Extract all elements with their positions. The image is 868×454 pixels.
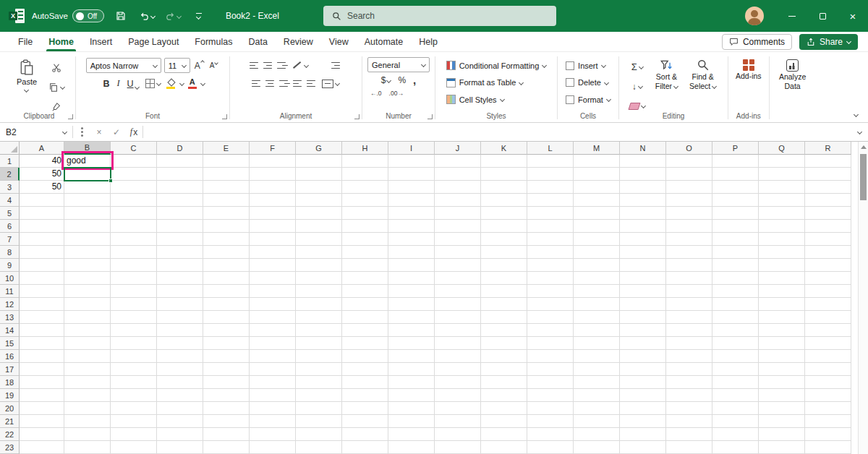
cell-K11[interactable] — [481, 285, 527, 298]
tab-file[interactable]: File — [10, 32, 41, 51]
cell-B11[interactable] — [64, 285, 111, 298]
cell-N18[interactable] — [620, 376, 666, 389]
tab-review[interactable]: Review — [276, 32, 321, 51]
cell-J12[interactable] — [435, 298, 481, 311]
cell-D12[interactable] — [157, 298, 203, 311]
cell-O14[interactable] — [666, 324, 712, 337]
row-header-17[interactable]: 17 — [0, 363, 20, 376]
cell-A19[interactable] — [20, 389, 64, 402]
orientation-button[interactable] — [291, 58, 310, 73]
cell-R11[interactable] — [805, 285, 851, 298]
tab-page-layout[interactable]: Page Layout — [120, 32, 187, 51]
cell-H15[interactable] — [342, 337, 388, 350]
cell-L20[interactable] — [527, 402, 574, 415]
row-header-15[interactable]: 15 — [0, 337, 20, 350]
cell-B14[interactable] — [64, 324, 111, 337]
number-format-select[interactable]: General — [367, 57, 430, 72]
cell-E5[interactable] — [203, 207, 250, 220]
cell-D19[interactable] — [157, 389, 203, 402]
styles-item-format-as-table[interactable]: Format as Table — [446, 76, 524, 90]
cell-A4[interactable] — [20, 194, 64, 207]
cell-E12[interactable] — [203, 298, 250, 311]
cell-K14[interactable] — [481, 324, 527, 337]
cell-B10[interactable] — [64, 272, 111, 285]
cell-A11[interactable] — [20, 285, 64, 298]
cell-J7[interactable] — [435, 233, 481, 246]
cell-H18[interactable] — [342, 376, 388, 389]
cell-K2[interactable] — [481, 168, 527, 181]
cell-L22[interactable] — [527, 428, 574, 441]
cell-J16[interactable] — [435, 350, 481, 363]
chevron-down-icon[interactable] — [150, 13, 156, 18]
cell-G22[interactable] — [296, 428, 342, 441]
cell-H12[interactable] — [342, 298, 388, 311]
cell-E15[interactable] — [203, 337, 250, 350]
cell-J22[interactable] — [435, 428, 481, 441]
cell-G19[interactable] — [296, 389, 342, 402]
cell-C21[interactable] — [111, 415, 157, 428]
restore-button[interactable] — [807, 0, 838, 32]
column-header-P[interactable]: P — [712, 142, 759, 155]
cell-Q4[interactable] — [759, 194, 805, 207]
cell-N12[interactable] — [620, 298, 666, 311]
cell-A9[interactable] — [20, 259, 64, 272]
cell-G17[interactable] — [296, 363, 342, 376]
row-header-9[interactable]: 9 — [0, 259, 20, 272]
cell-A22[interactable] — [20, 428, 64, 441]
cell-C18[interactable] — [111, 376, 157, 389]
cell-N11[interactable] — [620, 285, 666, 298]
cell-Q11[interactable] — [759, 285, 805, 298]
cell-R4[interactable] — [805, 194, 851, 207]
cell-K19[interactable] — [481, 389, 527, 402]
account-avatar[interactable] — [745, 7, 764, 25]
wrap-text-button[interactable] — [331, 61, 342, 71]
underline-button[interactable]: U — [125, 79, 141, 89]
cell-E18[interactable] — [203, 376, 250, 389]
clear-button[interactable] — [628, 98, 647, 113]
cell-G11[interactable] — [296, 285, 342, 298]
fill-button[interactable]: ↓ — [628, 79, 647, 94]
cell-K15[interactable] — [481, 337, 527, 350]
cell-J2[interactable] — [435, 168, 481, 181]
close-button[interactable]: × — [838, 0, 868, 32]
cell-P16[interactable] — [712, 350, 759, 363]
tab-automate[interactable]: Automate — [357, 32, 412, 51]
cell-C23[interactable] — [111, 441, 157, 454]
cell-C4[interactable] — [111, 194, 157, 207]
cell-K12[interactable] — [481, 298, 527, 311]
align-right-button[interactable] — [279, 79, 290, 89]
cell-F18[interactable] — [250, 376, 296, 389]
tab-data[interactable]: Data — [240, 32, 275, 51]
cell-C15[interactable] — [111, 337, 157, 350]
chevron-down-icon[interactable] — [200, 81, 205, 86]
cell-G21[interactable] — [296, 415, 342, 428]
cell-C16[interactable] — [111, 350, 157, 363]
cell-G2[interactable] — [296, 168, 342, 181]
alignment-dialog-launcher-icon[interactable] — [354, 114, 359, 119]
cell-K20[interactable] — [481, 402, 527, 415]
cell-J5[interactable] — [435, 207, 481, 220]
cell-M20[interactable] — [574, 402, 620, 415]
column-header-H[interactable]: H — [342, 142, 388, 155]
cell-R7[interactable] — [805, 233, 851, 246]
font-size-select[interactable]: 11 — [164, 58, 190, 73]
cell-N21[interactable] — [620, 415, 666, 428]
cell-I3[interactable] — [388, 181, 435, 194]
cell-D4[interactable] — [157, 194, 203, 207]
cell-O4[interactable] — [666, 194, 712, 207]
cell-E22[interactable] — [203, 428, 250, 441]
cell-D13[interactable] — [157, 311, 203, 324]
cell-A5[interactable] — [20, 207, 64, 220]
cell-O11[interactable] — [666, 285, 712, 298]
cell-F8[interactable] — [250, 246, 296, 259]
cell-K16[interactable] — [481, 350, 527, 363]
italic-button[interactable]: I — [114, 78, 122, 89]
cell-L14[interactable] — [527, 324, 574, 337]
cells-item-insert[interactable]: Insert — [566, 59, 605, 72]
cell-N2[interactable] — [620, 168, 666, 181]
cell-K5[interactable] — [481, 207, 527, 220]
cell-A20[interactable] — [20, 402, 64, 415]
autosum-button[interactable]: Σ — [628, 59, 647, 74]
cell-F17[interactable] — [250, 363, 296, 376]
cell-E3[interactable] — [203, 181, 250, 194]
